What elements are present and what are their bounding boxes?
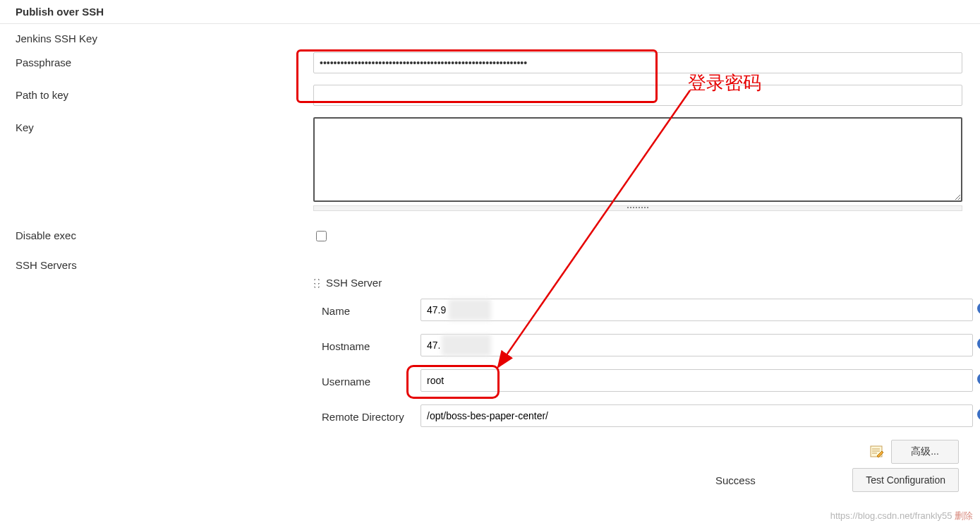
test-configuration-button[interactable]: Test Configuration xyxy=(852,468,959,492)
disable-exec-checkbox[interactable] xyxy=(316,231,327,241)
advanced-button[interactable]: 高级... xyxy=(891,440,959,464)
label-username: Username xyxy=(322,374,421,388)
path-to-key-input[interactable] xyxy=(313,85,962,106)
passphrase-input[interactable] xyxy=(313,52,962,73)
label-path-to-key: Path to key xyxy=(16,80,313,101)
label-ssh-servers: SSH Servers xyxy=(16,251,313,271)
label-disable-exec: Disable exec xyxy=(16,221,313,241)
server-name-input[interactable] xyxy=(421,299,973,321)
server-username-input[interactable] xyxy=(421,369,973,392)
watermark: https://blog.csdn.net/frankly55 删除 xyxy=(830,510,973,522)
label-key: Key xyxy=(16,113,313,133)
help-icon[interactable]: ? xyxy=(977,373,980,385)
ssh-server-header: SSH Server xyxy=(326,277,382,289)
key-textarea[interactable] xyxy=(313,117,962,202)
resize-handle[interactable] xyxy=(313,205,962,211)
label-hostname: Hostname xyxy=(322,339,421,352)
help-icon[interactable]: ? xyxy=(977,303,980,314)
grip-icon[interactable] xyxy=(313,278,320,288)
server-remote-dir-input[interactable] xyxy=(421,404,973,427)
status-success: Success xyxy=(715,474,756,486)
help-icon[interactable]: ? xyxy=(977,338,980,349)
help-icon[interactable]: ? xyxy=(977,409,980,420)
label-name: Name xyxy=(322,304,421,317)
server-hostname-input[interactable] xyxy=(421,334,973,356)
section-title: Publish over SSH xyxy=(0,0,980,24)
notes-icon[interactable] xyxy=(870,445,884,458)
label-remote-directory: Remote Directory xyxy=(322,409,421,423)
label-passphrase: Passphrase xyxy=(16,48,313,68)
label-jenkins-ssh-key: Jenkins SSH Key xyxy=(16,24,313,44)
